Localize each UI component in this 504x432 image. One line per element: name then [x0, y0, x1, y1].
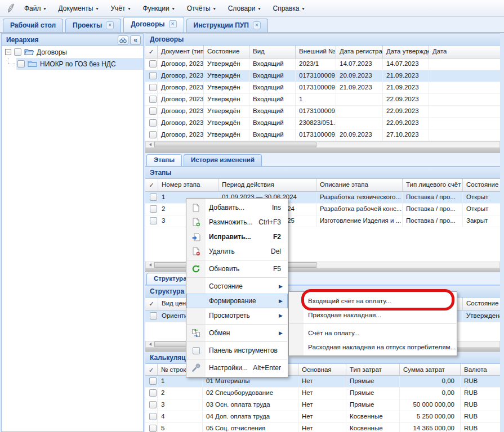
menu-item-toolbar[interactable]: Панель инструментов — [186, 343, 288, 358]
checkbox[interactable] — [149, 107, 157, 115]
table-row[interactable]: Договор, 2023/... Утверждён Входящий 1 2… — [145, 94, 500, 106]
column-header-cost-type[interactable]: Тип затрат — [346, 364, 400, 375]
checkbox[interactable] — [149, 389, 157, 397]
menu-item-view[interactable]: Просмотреть ▶ — [186, 308, 288, 323]
tab-history[interactable]: История изменений — [184, 154, 262, 166]
checkbox[interactable] — [149, 96, 157, 103]
row-checkbox-cell[interactable] — [145, 310, 158, 322]
checkbox[interactable] — [149, 72, 157, 79]
row-checkbox-cell[interactable] — [145, 204, 158, 215]
check-column-header[interactable]: ✓ — [145, 46, 158, 58]
table-row[interactable]: 2 02 Спецоборудование Нет Прямые 0,00 RU… — [145, 388, 500, 399]
checkbox[interactable] — [149, 425, 157, 432]
scroll-left-icon[interactable] — [146, 262, 154, 268]
check-column-header[interactable]: ✓ — [145, 179, 158, 191]
row-checkbox-cell[interactable] — [145, 192, 158, 203]
checkbox[interactable] — [149, 84, 157, 91]
table-row[interactable]: Договор, 2023/... Утверждён Входящий 017… — [145, 82, 500, 94]
table-row[interactable]: Договор, 2023/... Утверждён Входящий 230… — [145, 118, 500, 129]
column-header-state[interactable]: Состояние — [463, 179, 500, 191]
row-checkbox-cell[interactable] — [145, 215, 158, 227]
column-header-description[interactable]: Описание этапа — [316, 179, 403, 191]
menu-item-add[interactable]: Добавить... Ins — [186, 200, 288, 215]
submenu-item-invoice[interactable]: Счёт на оплату... — [289, 326, 457, 340]
checkbox[interactable] — [150, 217, 157, 224]
row-checkbox-cell[interactable] — [145, 423, 158, 432]
column-header-state[interactable]: Состояние — [463, 298, 500, 310]
row-checkbox-cell[interactable] — [145, 411, 158, 422]
column-header-period[interactable]: Период действия — [218, 179, 316, 191]
menu-dictionaries[interactable]: Словари▾ — [222, 2, 267, 15]
column-header-reg-date[interactable]: Дата регистрации. — [336, 46, 383, 58]
table-row[interactable]: 3 03 Осн. оплата труда Нет Прямые 50 000… — [145, 399, 500, 411]
checkbox[interactable] — [150, 194, 157, 201]
row-checkbox-cell[interactable] — [145, 129, 158, 141]
menu-item-settings[interactable]: Настройки... Alt+Enter — [186, 361, 288, 375]
tree-node-checkbox[interactable] — [14, 48, 21, 56]
tab-stages[interactable]: Этапы — [146, 154, 182, 166]
collapse-panel-button[interactable]: « — [130, 35, 141, 45]
close-icon[interactable]: × — [106, 21, 114, 29]
menu-item-edit[interactable]: Исправить... F2 — [186, 230, 288, 244]
column-header-date[interactable]: Дата — [429, 46, 500, 58]
column-header-stage-number[interactable]: Номер этапа — [158, 179, 218, 191]
row-checkbox-cell[interactable] — [145, 376, 158, 387]
row-checkbox-cell[interactable] — [145, 94, 158, 105]
table-row[interactable]: Договор, 2023/... Утверждён Входящий 202… — [145, 58, 500, 70]
row-checkbox-cell[interactable] — [145, 58, 158, 70]
menu-help[interactable]: Справка▾ — [266, 2, 310, 15]
menu-documents[interactable]: Документы▾ — [52, 2, 105, 15]
row-checkbox-cell[interactable] — [145, 388, 158, 399]
checkbox[interactable] — [149, 413, 157, 420]
table-row[interactable]: 4 04 Доп. оплата труда Нет Косвенные 5 2… — [145, 411, 500, 423]
menu-functions[interactable]: Функции▾ — [136, 2, 180, 15]
tree-node-contracts[interactable]: Договоры — [2, 46, 143, 58]
column-header-currency[interactable]: Валюта — [461, 364, 500, 375]
menu-reports[interactable]: Отчёты▾ — [181, 2, 222, 15]
row-checkbox-cell[interactable] — [145, 82, 158, 93]
column-header-state[interactable]: Состояние — [204, 46, 249, 58]
checkbox[interactable] — [149, 377, 157, 385]
tab-projects[interactable]: Проекты× — [65, 19, 121, 32]
search-button[interactable] — [118, 35, 128, 45]
close-icon[interactable]: × — [253, 21, 261, 29]
splitter[interactable] — [145, 148, 500, 153]
menu-item-refresh[interactable]: Обновить F5 — [186, 262, 288, 276]
menu-item-forming[interactable]: Формирование ▶ — [186, 294, 288, 308]
tree-node-checkbox[interactable] — [17, 60, 25, 68]
table-row[interactable]: Договор, 2023/... Утверждён Входящий 017… — [145, 129, 500, 141]
check-column-header[interactable]: ✓ — [145, 298, 158, 310]
checkbox[interactable] — [150, 312, 157, 320]
column-header-approve-date[interactable]: Дата утверждения — [383, 46, 429, 58]
checkbox[interactable] — [149, 60, 157, 68]
row-checkbox-cell[interactable] — [145, 118, 158, 129]
tab-contracts[interactable]: Договоры× — [123, 17, 184, 32]
table-row[interactable]: 5 05 Соц. отчисления Нет Косвенные 14 36… — [145, 423, 500, 432]
tab-desktop[interactable]: Рабочий стол — [3, 19, 63, 32]
checkbox[interactable] — [149, 401, 157, 408]
column-header-external[interactable]: Внешний № — [296, 46, 336, 58]
tab-instructions[interactable]: Инструкции ПУП× — [186, 19, 268, 32]
checkbox[interactable] — [149, 131, 157, 138]
table-row[interactable]: Договор, 2023/... Утверждён Входящий 017… — [145, 106, 500, 118]
menu-file[interactable]: Файл▾ — [18, 2, 52, 15]
row-checkbox-cell[interactable] — [145, 106, 158, 117]
menu-accounting[interactable]: Учёт▾ — [104, 2, 136, 15]
column-header-document[interactable]: Документ (тип, № — [158, 46, 204, 58]
contracts-hscrollbar[interactable] — [145, 141, 500, 148]
scroll-left-icon[interactable] — [146, 341, 154, 347]
column-header-kind[interactable]: Вид — [249, 46, 296, 58]
scroll-left-icon[interactable] — [146, 142, 154, 147]
submenu-item-outgoing-waybill[interactable]: Расходная накладная на отпуск потребител… — [289, 340, 457, 354]
menu-item-state[interactable]: Состояние ▶ — [186, 279, 288, 294]
tree-node-niokr[interactable]: НИОКР по ГОЗ без НДС — [16, 58, 143, 70]
table-row-selected[interactable]: 1 01 Материалы Нет Прямые 0,00 RUB — [145, 376, 500, 388]
table-row-selected[interactable]: Договор, 2023/... Утверждён Входящий 017… — [145, 70, 500, 82]
check-column-header[interactable]: ✓ — [145, 364, 158, 375]
close-icon[interactable]: × — [169, 20, 177, 28]
scrollbar-thumb[interactable] — [154, 142, 316, 147]
checkbox[interactable] — [149, 119, 157, 127]
column-header-cost-sum[interactable]: Сумма затрат — [400, 364, 461, 375]
column-header-account-type[interactable]: Тип лицевого счёт — [403, 179, 463, 191]
menu-item-exchange[interactable]: Обмен ▶ — [186, 326, 288, 340]
